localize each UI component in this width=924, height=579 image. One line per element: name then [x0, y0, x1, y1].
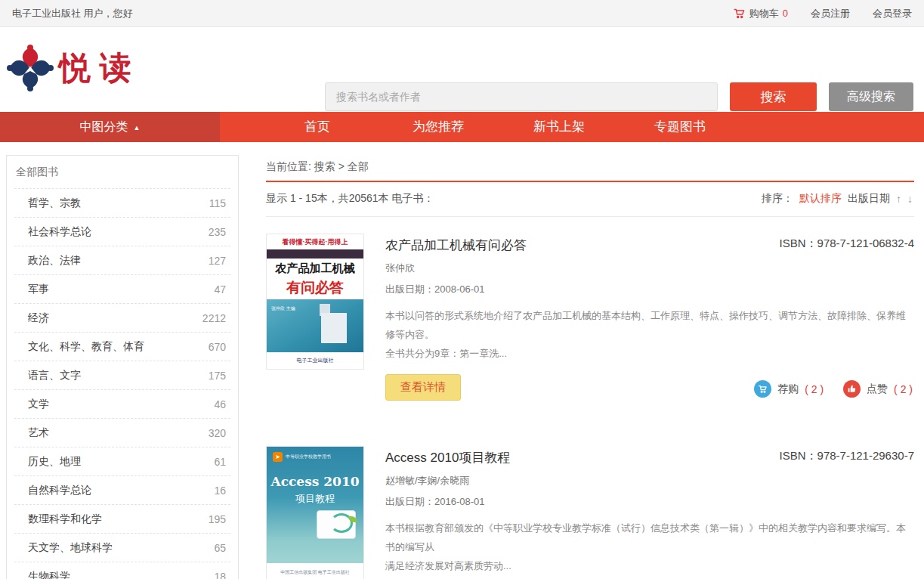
sidebar-title: 全部图书: [7, 156, 238, 188]
like-count: ( 2 ): [894, 383, 913, 395]
register-link[interactable]: 会员注册: [811, 7, 850, 20]
search-button[interactable]: 搜索: [730, 82, 817, 111]
cover-subtitle: 项目教程: [267, 492, 363, 506]
sort-by-date-option[interactable]: 出版日期: [848, 192, 890, 206]
results-summary: 显示 1 - 15本，共20561本 电子书：: [266, 192, 434, 206]
cart-count: 0: [783, 8, 788, 19]
recommend-purchase-button[interactable]: 荐购 ( 2 ): [754, 380, 824, 398]
cover-subtitle: 有问必答: [267, 278, 363, 299]
breadcrumb: 当前位置: 搜索 > 全部: [266, 142, 914, 182]
topbar-links: 购物车 0 会员注册 会员登录: [733, 7, 912, 20]
category-menu-label: 中图分类: [80, 119, 128, 135]
welcome-text: 电子工业出版社 用户，您好: [12, 7, 133, 20]
cover-illustration: 张仲欣 主编: [267, 299, 363, 354]
cover-band: [267, 249, 363, 259]
book-author: 张仲欣: [385, 262, 914, 275]
sidebar-item-social-science[interactable]: 社会科学总论 235: [14, 217, 230, 246]
sort-bar: 显示 1 - 15本，共20561本 电子书： 排序： 默认排序 出版日期 ↑ …: [266, 182, 914, 217]
nav-topic-books[interactable]: 专题图书: [654, 112, 706, 142]
cart-icon: [733, 7, 746, 20]
sidebar-item-natural-science[interactable]: 自然科学总论 16: [14, 475, 230, 504]
nav-recommend[interactable]: 为您推荐: [413, 112, 464, 142]
sidebar-item-culture-education[interactable]: 文化、科学、教育、体育 670: [14, 332, 230, 361]
sidebar-item-literature[interactable]: 文学 46: [14, 389, 230, 418]
sidebar-item-philosophy[interactable]: 哲学、宗教 115: [14, 188, 230, 217]
login-link[interactable]: 会员登录: [873, 7, 912, 20]
cover-tagline: 看得懂·买得起·用得上: [267, 234, 363, 249]
cart-link[interactable]: 购物车 0: [733, 7, 788, 20]
category-sidebar: 全部图书 哲学、宗教 115 社会科学总论 235 政治、法律 127 军事 4…: [6, 155, 239, 579]
cover-series: ➤ 中等职业学校教学用书: [273, 452, 331, 462]
sidebar-item-economy[interactable]: 经济 2212: [14, 303, 230, 332]
cover-title: 农产品加工机械: [267, 259, 363, 278]
book-info: 农产品加工机械有问必答 ISBN：978-7-121-06832-4 张仲欣 出…: [385, 234, 914, 401]
book-description: 本书根据教育部颁发的《中等职业学校专业教学标准（试行）信息技术类（第一辑）》中的…: [385, 519, 914, 575]
book-actions: 荐购 ( 2 ) 点赞 ( 2 ): [754, 380, 913, 398]
book-item: ➤ 中等职业学校教学用书 Access 2010 项目教程 中国工信出版集团 电…: [266, 446, 914, 579]
breadcrumb-separator: >: [338, 160, 345, 172]
cover-publisher: 电子工业出版社: [267, 352, 363, 369]
sidebar-item-biology[interactable]: 生物科学 18: [14, 562, 230, 579]
header: 悦读 搜索 高级搜索: [0, 27, 924, 112]
series-logo-icon: ➤: [273, 452, 283, 462]
cover-title: Access 2010: [267, 474, 363, 489]
category-menu-button[interactable]: 中图分类 ▲: [0, 112, 220, 142]
like-label: 点赞: [867, 382, 888, 396]
sidebar-item-math-chemistry[interactable]: 数理科学和化学 195: [14, 504, 230, 533]
nav-new-books[interactable]: 新书上架: [533, 112, 585, 142]
sort-controls: 排序： 默认排序 出版日期 ↑ ↓: [762, 192, 913, 206]
sidebar-item-art[interactable]: 艺术 320: [14, 418, 230, 447]
sidebar-item-politics-law[interactable]: 政治、法律 127: [14, 246, 230, 274]
topbar: 电子工业出版社 用户，您好 购物车 0 会员注册 会员登录: [0, 0, 924, 27]
cover-byline: 张仲欣 主编: [271, 305, 295, 312]
view-details-button[interactable]: 查看详情: [385, 374, 461, 401]
recommend-cart-icon: [754, 380, 771, 398]
search-input[interactable]: [325, 82, 718, 111]
sidebar-item-astronomy-earth[interactable]: 天文学、地球科学 65: [14, 533, 230, 562]
sidebar-item-military[interactable]: 军事 47: [14, 274, 230, 303]
thumbs-up-icon: [843, 380, 861, 398]
main-content: 当前位置: 搜索 > 全部 显示 1 - 15本，共20561本 电子书： 排序…: [266, 142, 914, 579]
advanced-search-button[interactable]: 高级搜索: [829, 82, 913, 111]
recommend-count: ( 2 ): [805, 383, 824, 395]
sort-label: 排序：: [762, 192, 793, 206]
logo-flower-icon: [6, 44, 54, 92]
book-cover[interactable]: 看得懂·买得起·用得上 农产品加工机械 有问必答 张仲欣 主编 电子工业出版社: [266, 234, 364, 370]
sort-asc-icon[interactable]: ↑: [896, 193, 901, 205]
site-logo[interactable]: 悦读: [6, 44, 141, 92]
book-title[interactable]: Access 2010项目教程: [385, 449, 510, 466]
book-cover[interactable]: ➤ 中等职业学校教学用书 Access 2010 项目教程 中国工信出版集团 电…: [266, 446, 364, 579]
main-nav: 中图分类 ▲ 首页 为您推荐 新书上架 专题图书: [0, 112, 924, 142]
like-button[interactable]: 点赞 ( 2 ): [843, 380, 913, 398]
sidebar-item-history-geography[interactable]: 历史、地理 61: [14, 447, 230, 475]
book-item: 看得懂·买得起·用得上 农产品加工机械 有问必答 张仲欣 主编 电子工业出版社 …: [266, 234, 914, 401]
cover-machine-shape: [321, 313, 347, 343]
chevron-up-icon: ▲: [134, 124, 141, 132]
book-info: Access 2010项目教程 ISBN：978-7-121-29630-7 赵…: [385, 446, 914, 579]
cart-label: 购物车: [749, 7, 779, 20]
book-isbn: ISBN：978-7-121-29630-7: [780, 449, 914, 463]
cover-publisher: 中国工信出版集团 电子工业出版社: [267, 563, 363, 579]
sort-default-option[interactable]: 默认排序: [799, 192, 842, 206]
book-description: 本书以问答的形式系统地介绍了农产品加工机械的基本结构、工作原理、特点、操作技巧、…: [385, 306, 914, 363]
logo-text: 悦读: [59, 47, 141, 89]
sidebar-item-language[interactable]: 语言、文字 175: [14, 361, 230, 389]
book-title[interactable]: 农产品加工机械有问必答: [385, 237, 527, 254]
nav-home[interactable]: 首页: [304, 112, 330, 142]
book-author: 赵增敏/李娴/余晓雨: [385, 474, 914, 488]
recommend-label: 荐购: [777, 382, 799, 396]
breadcrumb-search[interactable]: 搜索: [314, 160, 335, 172]
sort-desc-icon[interactable]: ↓: [907, 193, 913, 205]
book-isbn: ISBN：978-7-121-06832-4: [780, 237, 914, 251]
breadcrumb-prefix: 当前位置:: [266, 160, 311, 172]
book-publish-date: 出版日期：2008-06-01: [385, 283, 914, 296]
breadcrumb-all[interactable]: 全部: [348, 160, 369, 172]
book-publish-date: 出版日期：2016-08-01: [385, 495, 914, 509]
